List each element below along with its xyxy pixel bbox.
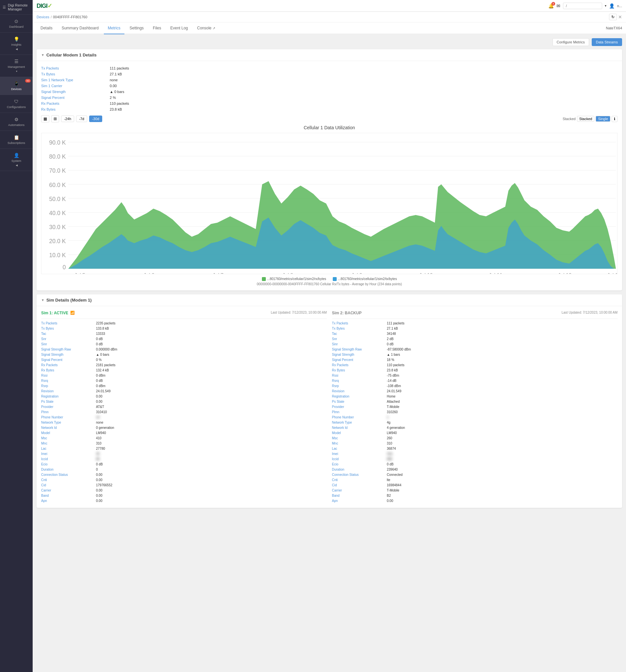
sim-details-title: Sim Details (Modem 1) [46, 298, 92, 303]
sim-label: Mnc [332, 441, 384, 446]
tab-console[interactable]: Console ↗ [193, 23, 219, 34]
metric-value: 110 packets [110, 101, 618, 106]
sim-value: Connected [387, 472, 618, 477]
sim-label: Apn [332, 498, 384, 503]
system-icon: 👤 [14, 153, 19, 158]
topbar-user: n... [617, 4, 622, 8]
sidebar: ☰ Digi Remote Manager ⊙ Dashboard 💡 Insi… [0, 0, 33, 672]
sim2-table: Tx Packets111 packetsTx Bytes27.1 kBTac3… [332, 321, 618, 503]
stacked-btn[interactable]: Stacked [577, 116, 595, 122]
sim-label: Model [41, 431, 93, 435]
svg-text:30.0 K: 30.0 K [49, 224, 66, 231]
tab-details[interactable]: Details [37, 23, 56, 34]
sim-value: 0 dBm [96, 373, 327, 378]
metric-value: 2 % [110, 95, 618, 100]
configurations-icon: 🛡 [14, 99, 19, 104]
sidebar-item-label: Automations [8, 123, 24, 127]
content-area: Configure Metrics Data Streams ▼ Cellula… [33, 34, 626, 672]
sim-label: Cid [41, 483, 93, 487]
cellular-modem-header[interactable]: ▼ Cellular Modem 1 Details [37, 49, 622, 61]
svg-text:60.0 K: 60.0 K [49, 182, 66, 188]
sim-label: Tx Packets [332, 321, 384, 326]
tab-settings[interactable]: Settings [126, 23, 147, 34]
search-input[interactable] [563, 3, 602, 9]
svg-text:0: 0 [63, 264, 66, 270]
sim-label: Apn [41, 498, 93, 503]
sim-value: 0.00 [96, 394, 327, 399]
sim-label: Revision [41, 389, 93, 393]
sim-label: Msc [41, 436, 93, 440]
tab-metrics[interactable]: Metrics [104, 23, 124, 34]
single-btn[interactable]: Single [596, 116, 610, 122]
close-button[interactable]: ✕ [618, 14, 622, 20]
sim-label: Imei [332, 451, 384, 456]
sidebar-item-configurations[interactable]: 🛡 Configurations [0, 95, 33, 113]
sim-value: ▲ 0 bars [96, 352, 327, 357]
sidebar-item-devices[interactable]: 📱 Devices 93 [0, 77, 33, 95]
sidebar-item-system[interactable]: 👤 System ◀ [0, 149, 33, 171]
breadcrumb-parent[interactable]: Devices [37, 15, 49, 19]
sim-value: 179766552 [96, 483, 327, 487]
sidebar-item-subscriptions[interactable]: 📋 Subscriptions [0, 131, 33, 149]
sim-value: 27.1 kB [387, 326, 618, 331]
metric-label: Rx Bytes [41, 107, 107, 112]
sim-value: -75 dBm [387, 373, 618, 378]
sim-label: Band [332, 493, 384, 498]
sim-value: 16984844 [387, 483, 618, 487]
sim-value: 260 [387, 436, 618, 440]
sim-label: Registration [41, 394, 93, 399]
sim-value: 0 dB [96, 336, 327, 341]
svg-text:Jul 7: Jul 7 [213, 272, 223, 274]
sidebar-item-insights[interactable]: 💡 Insights ◀ [0, 33, 33, 55]
sim-value: 0.000000 dBm [96, 347, 327, 352]
tab-files[interactable]: Files [149, 23, 165, 34]
devices-badge: 93 [25, 79, 31, 82]
legend-color-rx [262, 277, 266, 281]
cellular-metrics-table: Tx Packets111 packetsTx Bytes27.1 kBSim … [41, 66, 618, 112]
sim-value: 27780 [96, 446, 327, 451]
sim-label: Ecio [41, 462, 93, 467]
sim-value: AT&T [96, 404, 327, 409]
system-arrow: ◀ [16, 164, 18, 167]
sim-label: Carrier [332, 488, 384, 493]
sim-value: none [96, 420, 327, 425]
sim-label: Snr [332, 336, 384, 341]
sim-label: Provider [332, 404, 384, 409]
sidebar-item-automations[interactable]: ⚙ Automations [0, 113, 33, 131]
notification-bell[interactable]: 🔔8 [548, 3, 554, 8]
sim-value: lte [387, 478, 618, 482]
data-streams-button[interactable]: Data Streams [592, 38, 622, 46]
sim-details-header[interactable]: ▼ Sim Details (Modem 1) [37, 294, 622, 306]
chart-legend: ...801760/metrics/cellular/1/sim2/rx/byt… [41, 277, 618, 281]
chart-7d-btn[interactable]: -7d [76, 116, 87, 122]
chart-info-btn[interactable]: ℹ [612, 116, 618, 122]
sim-value: 0 dB [96, 462, 327, 467]
tab-user: NateTX64 [606, 26, 622, 30]
chart-title: Cellular 1 Data Utilization [41, 125, 618, 130]
sim-value: -87.580000 dBm [387, 347, 618, 352]
sim-value: 0 dB [387, 342, 618, 346]
sidebar-item-management[interactable]: ☰ Management ▾ [0, 55, 33, 77]
legend-label-rx: ...801760/metrics/cellular/1/sim2/rx/byt… [267, 277, 326, 281]
chart-bar-icon-btn[interactable]: ▦ [41, 115, 49, 122]
chart-24h-btn[interactable]: -24h [61, 116, 74, 122]
sidebar-item-dashboard[interactable]: ⊙ Dashboard [0, 15, 33, 33]
sim-value: 890 [387, 457, 618, 461]
metric-label: Signal Percent [41, 95, 107, 100]
sim-label: Provider [41, 404, 93, 409]
svg-text:20.0 K: 20.0 K [49, 238, 66, 244]
chart-30d-btn[interactable]: -30d [89, 116, 102, 122]
svg-text:Jul 13: Jul 13 [607, 272, 618, 274]
refresh-button[interactable]: ↻ [609, 14, 617, 20]
sim-label: Lac [41, 446, 93, 451]
management-icon: ☰ [14, 59, 19, 64]
chart-table-icon-btn[interactable]: ⊞ [51, 115, 59, 122]
svg-text:Jul 11: Jul 11 [489, 272, 503, 274]
tab-summary[interactable]: Summary Dashboard [58, 23, 102, 34]
tab-eventlog[interactable]: Event Log [166, 23, 192, 34]
sim-value: 2235 packets [96, 321, 327, 326]
configure-metrics-button[interactable]: Configure Metrics [553, 38, 589, 46]
mail-icon[interactable]: ✉ [556, 3, 560, 8]
search-dropdown-icon[interactable]: ▾ [605, 4, 606, 7]
sim1-table: Tx Packets2235 packetsTx Bytes133.8 kBTa… [41, 321, 327, 503]
